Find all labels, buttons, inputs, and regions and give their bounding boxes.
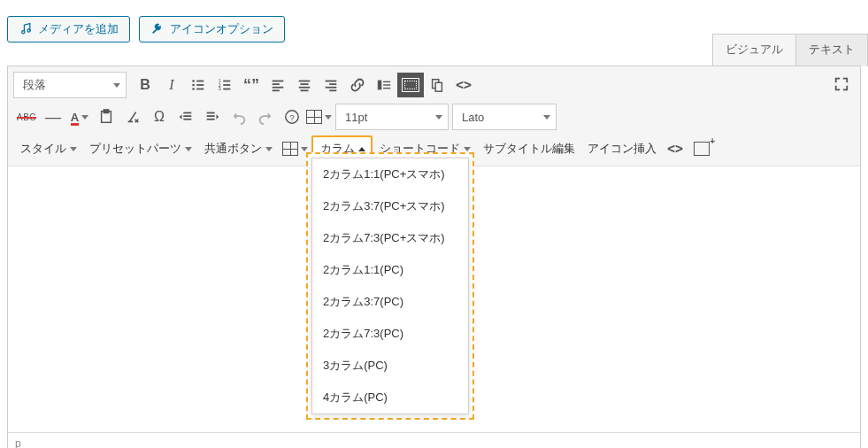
svg-text:2: 2 (219, 82, 221, 88)
table-add-button[interactable] (688, 136, 715, 161)
outdent-button[interactable] (173, 104, 199, 129)
font-size-select[interactable]: 11pt (335, 104, 449, 130)
svg-rect-39 (207, 119, 215, 120)
style-label: スタイル (20, 141, 66, 157)
column-menu-item[interactable]: 2カラム3:7(PC) (312, 286, 468, 318)
paragraph-select[interactable]: 段落 (13, 72, 127, 98)
chevron-down-icon (113, 83, 120, 88)
icon-insert-button[interactable]: アイコン挿入 (580, 136, 662, 161)
svg-point-6 (192, 88, 195, 90)
preset-parts-dropdown[interactable]: プリセットパーツ (82, 136, 197, 161)
paste-button[interactable] (93, 104, 119, 129)
style-dropdown[interactable]: スタイル (13, 136, 82, 161)
clear-format-button[interactable] (119, 104, 146, 129)
svg-rect-5 (196, 84, 204, 86)
svg-rect-33 (104, 110, 108, 113)
chevron-down-icon (70, 147, 77, 151)
redo-button[interactable] (252, 104, 279, 129)
tab-visual[interactable]: ビジュアル (712, 34, 796, 66)
svg-rect-36 (183, 119, 191, 120)
svg-rect-38 (207, 115, 215, 117)
svg-rect-24 (326, 87, 337, 89)
toolbar-row-2: ABC — A Ω ? 11pt Lato (13, 102, 856, 132)
column-menu-item[interactable]: 2カラム1:1(PC+スマホ) (312, 158, 468, 190)
svg-rect-14 (273, 81, 284, 82)
italic-button[interactable]: I (158, 73, 185, 97)
help-button[interactable]: ? (279, 104, 305, 129)
wrench-icon (150, 22, 165, 36)
indent-button[interactable] (199, 104, 226, 129)
column-menu-item[interactable]: 2カラム3:7(PC+スマホ) (312, 190, 468, 222)
column-menu-item[interactable]: 2カラム7:3(PC+スマホ) (312, 222, 468, 254)
svg-rect-19 (301, 83, 309, 85)
link-button[interactable] (344, 73, 371, 97)
spellcheck-button[interactable]: ABC (13, 104, 40, 129)
ul-button[interactable] (185, 73, 211, 97)
align-right-button[interactable] (318, 73, 344, 97)
svg-rect-30 (433, 80, 439, 89)
blockquote-button[interactable]: “” (238, 73, 265, 97)
text-color-icon: A (71, 111, 79, 124)
svg-text:?: ? (289, 112, 295, 122)
text-color-button[interactable]: A (66, 104, 93, 129)
svg-rect-15 (273, 83, 280, 85)
font-family-select[interactable]: Lato (452, 104, 557, 130)
table-insert-button[interactable] (305, 104, 332, 129)
chevron-down-icon (325, 115, 332, 120)
paragraph-select-label: 段落 (23, 77, 46, 93)
svg-point-0 (22, 31, 25, 34)
svg-point-4 (192, 84, 195, 87)
tab-text[interactable]: テキスト (795, 34, 868, 66)
bold-button[interactable]: B (132, 73, 158, 97)
svg-point-40 (286, 111, 298, 123)
subtitle-edit-button[interactable]: サブタイトル編集 (476, 136, 580, 161)
chevron-down-icon (464, 147, 471, 151)
icon-option-label: アイコンオプション (170, 21, 273, 37)
svg-rect-25 (329, 89, 336, 91)
icon-insert-label: アイコン挿入 (588, 141, 657, 157)
svg-rect-23 (329, 83, 336, 85)
add-media-button[interactable]: メディアを追加 (7, 16, 130, 42)
specialchar-button[interactable]: Ω (146, 104, 173, 129)
chevron-down-icon (81, 115, 88, 120)
svg-rect-18 (299, 81, 311, 82)
page-root: メディアを追加 アイコンオプション ビジュアル テキスト 段落 B I 123 (0, 0, 868, 448)
code-button[interactable]: <> (450, 73, 477, 97)
hr-button[interactable]: — (40, 104, 66, 129)
common-button-dropdown[interactable]: 共通ボタン (197, 136, 278, 161)
column-dropdown-menu-highlight: 2カラム1:1(PC+スマホ) 2カラム3:7(PC+スマホ) 2カラム7:3(… (306, 152, 474, 420)
fullscreen-button[interactable] (828, 72, 855, 97)
chevron-up-icon (358, 147, 365, 151)
table-add-icon (694, 142, 710, 156)
kitchensink-button[interactable] (397, 73, 424, 97)
svg-rect-37 (207, 112, 215, 114)
music-note-icon (19, 22, 33, 36)
svg-point-2 (192, 80, 195, 82)
preset-parts-label: プリセットパーツ (89, 141, 181, 157)
svg-rect-26 (378, 81, 382, 90)
column-menu-item[interactable]: 2カラム7:3(PC) (312, 318, 468, 350)
chevron-down-icon (185, 147, 192, 151)
insert-image-button[interactable] (371, 73, 397, 97)
topbar: メディアを追加 アイコンオプション ビジュアル テキスト (0, 0, 868, 66)
column-menu-item[interactable]: 4カラム(PC) (312, 382, 468, 413)
align-center-button[interactable] (291, 73, 318, 97)
code-button-2[interactable]: <> (662, 136, 688, 161)
svg-rect-7 (196, 89, 204, 90)
editor-statusbar: p (8, 432, 860, 448)
align-left-button[interactable] (265, 73, 291, 97)
abc-icon: ABC (17, 112, 36, 122)
svg-rect-9 (223, 81, 230, 82)
column-dropdown-menu: 2カラム1:1(PC+スマホ) 2カラム3:7(PC+スマホ) 2カラム7:3(… (311, 158, 469, 414)
undo-button[interactable] (226, 104, 252, 129)
svg-rect-20 (299, 87, 311, 89)
icon-option-button[interactable]: アイコンオプション (139, 16, 285, 42)
dom-path: p (15, 437, 21, 448)
column-menu-item[interactable]: 2カラム1:1(PC) (312, 254, 468, 286)
svg-point-1 (27, 29, 30, 32)
column-menu-item[interactable]: 3カラム(PC) (312, 350, 468, 382)
add-media-label: メディアを追加 (38, 21, 119, 37)
svg-text:3: 3 (219, 86, 221, 91)
copy-button[interactable] (424, 73, 450, 97)
ol-button[interactable]: 123 (211, 73, 238, 97)
